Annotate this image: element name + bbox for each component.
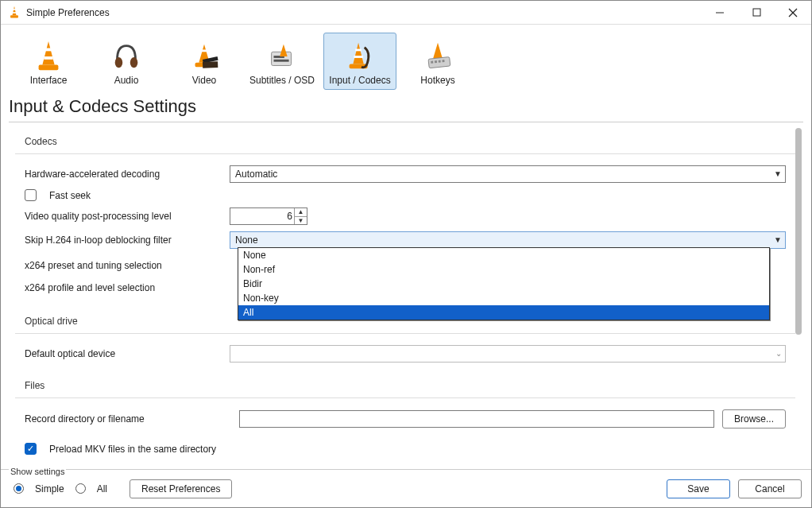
label-x264-profile: x264 profile and level selection	[25, 282, 222, 293]
spinner-vqpp[interactable]: 6 ▲ ▼	[230, 207, 307, 225]
clapperboard-icon	[185, 38, 223, 73]
combo-default-optical[interactable]: ⌄	[230, 345, 786, 363]
chevron-down-icon: ▼	[774, 169, 782, 178]
svg-rect-2	[13, 12, 16, 14]
label-fast-seek: Fast seek	[49, 190, 91, 201]
svg-rect-25	[354, 56, 362, 58]
cancel-button[interactable]: Cancel	[738, 479, 802, 498]
button-label: Browse...	[734, 413, 774, 425]
svg-rect-18	[203, 61, 218, 68]
radio-simple[interactable]	[14, 483, 24, 494]
tab-hotkeys[interactable]: Hotkeys	[401, 33, 474, 90]
svg-rect-15	[201, 49, 207, 52]
tab-subtitles-osd[interactable]: Subtitles / OSD	[246, 33, 319, 90]
label-show-settings: Show settings	[9, 467, 66, 476]
dropdown-skip-loopfilter[interactable]: None Non-ref Bidir Non-key All	[238, 247, 770, 320]
svg-rect-24	[355, 48, 362, 51]
settings-scroll-area: Codecs Hardware-accelerated decoding Aut…	[9, 128, 802, 467]
svg-point-12	[115, 57, 123, 68]
tab-label: Interface	[30, 75, 68, 86]
tab-label: Audio	[114, 75, 139, 86]
scrollbar-thumb[interactable]	[795, 128, 802, 335]
chevron-down-icon: ▼	[774, 235, 782, 244]
category-tabs: Interface Audio Video	[1, 25, 811, 93]
input-record-dir[interactable]	[239, 410, 714, 428]
label-all: All	[97, 483, 107, 494]
button-label: Cancel	[755, 483, 784, 494]
label-preload-mkv: Preload MKV files in the same directory	[49, 444, 216, 455]
tab-audio[interactable]: Audio	[90, 33, 163, 90]
svg-rect-10	[44, 56, 52, 60]
svg-rect-5	[753, 9, 760, 16]
maximize-button[interactable]	[738, 1, 775, 25]
dropdown-option[interactable]: Non-key	[238, 291, 769, 305]
tab-input-codecs[interactable]: Input / Codecs	[323, 33, 396, 90]
title-bar: Simple Preferences	[1, 1, 811, 25]
spin-up-icon[interactable]: ▲	[295, 208, 307, 217]
app-icon	[7, 6, 21, 20]
tab-interface[interactable]: Interface	[12, 33, 85, 90]
label-simple: Simple	[35, 483, 64, 494]
group-title-files: Files	[15, 377, 795, 398]
tab-label: Hotkeys	[420, 75, 454, 86]
tab-label: Input / Codecs	[329, 75, 390, 86]
checkbox-preload-mkv[interactable]: ✓	[25, 443, 37, 455]
spinner-value: 6	[287, 211, 292, 222]
combo-value: Automatic	[235, 169, 277, 180]
dropdown-option[interactable]: Non-ref	[238, 262, 769, 277]
svg-marker-23	[353, 43, 363, 64]
group-title-codecs: Codecs	[15, 133, 795, 154]
tab-label: Video	[192, 75, 216, 86]
svg-rect-32	[442, 60, 444, 62]
keyboard-icon	[419, 38, 457, 73]
button-label: Save	[687, 483, 709, 494]
svg-marker-0	[13, 6, 17, 14]
svg-rect-31	[439, 60, 441, 63]
tab-label: Subtitles / OSD	[249, 75, 315, 86]
subtitles-icon	[263, 38, 301, 73]
svg-rect-11	[39, 65, 59, 71]
combo-hw-decoding[interactable]: Automatic ▼	[230, 165, 786, 183]
footer-bar: Show settings Simple All Reset Preferenc…	[1, 469, 811, 507]
svg-rect-29	[431, 61, 433, 64]
svg-marker-8	[42, 41, 54, 65]
minimize-button[interactable]	[702, 1, 738, 25]
dropdown-option[interactable]: All	[238, 305, 769, 320]
label-record-dir: Record directory or filename	[25, 413, 231, 425]
label-default-optical: Default optical device	[25, 348, 222, 359]
svg-point-13	[130, 57, 138, 68]
dropdown-option[interactable]: Bidir	[238, 277, 769, 291]
svg-rect-1	[14, 9, 16, 10]
svg-rect-9	[45, 48, 52, 52]
headphones-icon	[107, 38, 145, 73]
chevron-down-icon: ⌄	[775, 349, 782, 358]
spin-down-icon[interactable]: ▼	[295, 217, 307, 225]
button-label: Reset Preferences	[141, 483, 220, 494]
label-x264-preset: x264 preset and tuning selection	[25, 260, 222, 271]
input-codecs-icon	[341, 38, 379, 73]
label-vqpp: Video quality post-processing level	[25, 211, 222, 222]
radio-all[interactable]	[75, 483, 86, 494]
combo-value: None	[235, 235, 258, 246]
svg-marker-22	[280, 45, 288, 56]
browse-button[interactable]: Browse...	[722, 409, 786, 429]
save-button[interactable]: Save	[667, 479, 730, 498]
cone-icon	[29, 38, 68, 73]
svg-rect-3	[10, 15, 18, 17]
reset-preferences-button[interactable]: Reset Preferences	[130, 479, 232, 498]
checkbox-fast-seek[interactable]	[25, 189, 37, 201]
tab-video[interactable]: Video	[168, 33, 241, 90]
page-title: Input & Codecs Settings	[1, 93, 811, 122]
label-hw-decoding: Hardware-accelerated decoding	[25, 169, 222, 180]
close-button[interactable]	[775, 1, 811, 25]
dropdown-option[interactable]: None	[238, 248, 769, 262]
svg-marker-27	[433, 43, 442, 58]
svg-rect-30	[435, 60, 437, 63]
label-skip-loopfilter: Skip H.264 in-loop deblocking filter	[25, 235, 222, 246]
window-title: Simple Preferences	[26, 7, 702, 18]
divider	[9, 122, 803, 122]
svg-rect-20	[274, 60, 289, 62]
combo-skip-loopfilter[interactable]: None ▼	[230, 231, 786, 249]
